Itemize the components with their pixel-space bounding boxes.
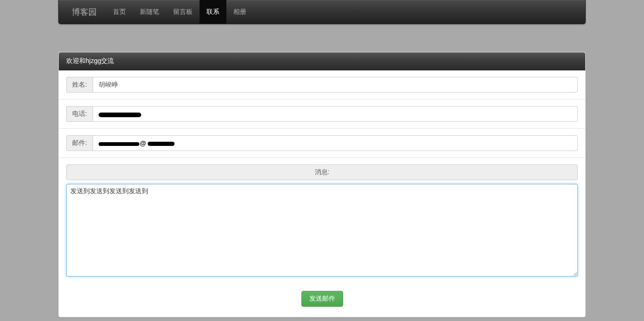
phone-input[interactable] [93, 106, 578, 122]
row-name: 姓名: [59, 70, 585, 100]
email-label: 邮件: [66, 135, 93, 151]
email-redacted-domain [148, 142, 175, 146]
nav-new-post[interactable]: 新随笔 [133, 0, 166, 24]
email-input-group: 邮件: @ [66, 135, 578, 151]
row-message [59, 184, 585, 284]
nav-guestbook[interactable]: 留言板 [166, 0, 200, 24]
row-email: 邮件: @ [59, 129, 585, 158]
phone-input-group: 电话: [66, 106, 578, 122]
email-input[interactable]: @ [93, 135, 578, 151]
row-message-label: 消息: [59, 158, 585, 184]
panel-body: 姓名: 电话: 邮件: @ [59, 70, 585, 317]
nav-items: 首页 新随笔 留言板 联系 相册 [106, 0, 253, 24]
at-symbol: @ [140, 139, 146, 147]
message-label: 消息: [66, 164, 578, 180]
nav-home[interactable]: 首页 [106, 0, 133, 24]
nav-contact[interactable]: 联系 [200, 0, 226, 24]
nav-album[interactable]: 相册 [226, 0, 253, 24]
name-input-group: 姓名: [66, 77, 578, 93]
phone-redacted-value [99, 113, 141, 117]
panel-title: 欢迎和hjzgg交流 [59, 52, 585, 70]
email-redacted-local [99, 142, 139, 146]
name-label: 姓名: [66, 77, 93, 93]
main-navbar: 博客园 首页 新随笔 留言板 联系 相册 [58, 0, 586, 24]
row-phone: 电话: [59, 100, 585, 129]
contact-panel: 欢迎和hjzgg交流 姓名: 电话: 邮件: [58, 52, 586, 317]
phone-label: 电话: [66, 106, 93, 122]
brand-link[interactable]: 博客园 [59, 0, 106, 24]
page: 博客园 首页 新随笔 留言板 联系 相册 欢迎和hjzgg交流 姓名: 电话: [0, 0, 644, 321]
message-textarea[interactable] [66, 184, 578, 277]
send-mail-button[interactable]: 发送邮件 [301, 291, 343, 307]
row-submit: 发送邮件 [59, 284, 585, 317]
name-input[interactable] [93, 77, 578, 93]
